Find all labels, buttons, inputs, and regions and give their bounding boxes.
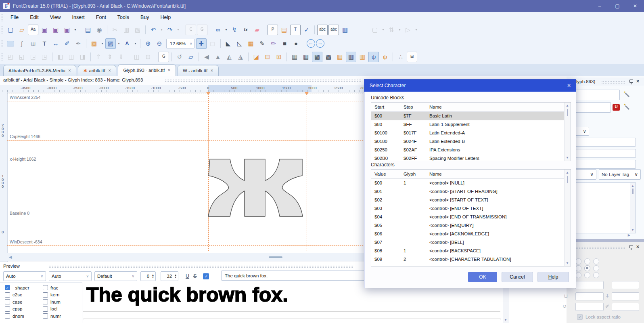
cancel-button[interactable]: Cancel	[502, 272, 533, 282]
origin-radio-top-left[interactable]	[575, 258, 581, 264]
origin-radio-top-center[interactable]	[584, 258, 590, 264]
unicode-blocks-table[interactable]: StartStopName $00$7FBasic Latin$80$FFLat…	[371, 102, 571, 161]
scroll-left-icon[interactable]: ◀	[9, 255, 12, 259]
menu-buy[interactable]: Buy	[135, 12, 155, 23]
characters-table[interactable]: ValueGlyphName $001<control> [NULL]$01<c…	[371, 169, 571, 266]
find-glyphs-button[interactable]: abc	[317, 25, 328, 35]
lock-anchor-button[interactable]: ψ	[380, 52, 390, 62]
column-header[interactable]: Value	[371, 170, 400, 178]
glyph-properties-button[interactable]: P	[268, 25, 278, 35]
menu-file[interactable]: File	[5, 12, 24, 23]
feature-checkbox[interactable]	[43, 313, 48, 319]
find-button[interactable]: ◉	[94, 25, 105, 35]
glyph-transform-button[interactable]: G	[159, 52, 169, 62]
table-row[interactable]: $03<control> [END OF TEXT]	[371, 204, 571, 213]
feature-checkbox[interactable]	[5, 292, 10, 298]
ok-button[interactable]: OK	[468, 272, 497, 282]
new-font-button[interactable]: ▢	[5, 25, 16, 35]
advance-width-line[interactable]	[307, 94, 307, 251]
intersect-contours-button[interactable]: ⊞	[274, 52, 284, 62]
web-preview-button[interactable]: abc	[328, 25, 339, 35]
zoom-fit-button[interactable]: ✚	[196, 38, 207, 49]
dialog-title-bar[interactable]: Select Character ✕	[364, 80, 576, 92]
composite-editor-button[interactable]: ⊞	[407, 52, 417, 62]
hatch-mode-dropdown[interactable]: ▾	[117, 38, 121, 49]
insert-image-button[interactable]: ▦	[246, 38, 256, 49]
print-button[interactable]: ▤	[83, 25, 93, 35]
origin-radio-bottom-right[interactable]	[593, 272, 599, 278]
maximize-button[interactable]: ▢	[608, 0, 626, 12]
background-image-dropdown[interactable]: ▾	[100, 38, 105, 49]
layer-tag-combobox[interactable]: No Layer Tag ∨	[599, 169, 641, 180]
transform-button[interactable]: T	[290, 25, 301, 35]
glyph-outline-zhe[interactable]	[208, 159, 305, 217]
scroll-thumb[interactable]	[632, 189, 634, 194]
origin-radio-middle-left[interactable]	[575, 265, 581, 271]
freehand-select-tool[interactable]: ʃ	[17, 38, 27, 49]
toolbar-grip[interactable]	[1, 40, 3, 48]
insert-rectangle-button[interactable]: ■	[280, 38, 290, 49]
contour-mode-button[interactable]: ◣	[223, 38, 234, 49]
open-font-button[interactable]: ▱	[17, 25, 27, 35]
metrics-lines-button[interactable]: ▥	[346, 52, 356, 62]
font-size-spinner[interactable]: 32 ▲▼	[161, 271, 178, 281]
origin-radio-bottom-left[interactable]	[575, 272, 581, 278]
grid-detach-button[interactable]: ▦	[301, 52, 311, 62]
unlink-button[interactable]: ↯	[229, 25, 240, 35]
language-combobox[interactable]: Auto ∨	[49, 271, 92, 281]
guidelines-detach-button[interactable]: ▩	[323, 52, 334, 62]
redo-button[interactable]: ↷	[165, 25, 175, 35]
listbox-horizontal-scrollbar[interactable]: ▶	[568, 233, 636, 238]
toolbar-grip[interactable]	[1, 53, 3, 61]
origin-radio-middle-right[interactable]	[593, 265, 599, 271]
table-row[interactable]: $0100$017FLatin Extended-A	[371, 129, 571, 137]
scroll-thumb[interactable]	[567, 109, 568, 116]
text-tool[interactable]: T	[39, 38, 50, 49]
table-row[interactable]: $00$7FBasic Latin	[371, 112, 571, 120]
background-image-button[interactable]: ▩	[89, 38, 99, 49]
table-row[interactable]: $05<control> [ENQUIRY]	[371, 221, 571, 230]
zoom-in-button[interactable]: ⊕	[143, 38, 153, 49]
dialog-close-icon[interactable]: ✕	[567, 83, 571, 88]
save-button[interactable]: ▣	[39, 25, 50, 35]
formula-button[interactable]: fx	[240, 25, 251, 35]
eraser-button[interactable]: ▰	[252, 25, 262, 35]
hatch-mode-button[interactable]: ▨	[105, 38, 116, 49]
help-button[interactable]: Help	[537, 272, 569, 282]
pin-icon[interactable]	[629, 245, 633, 248]
minimize-button[interactable]: –	[591, 0, 608, 12]
table-row[interactable]: $001<control> [NULL]	[371, 179, 571, 187]
y-position-field[interactable]	[612, 281, 639, 289]
feature-checkbox[interactable]	[5, 306, 10, 312]
blocks-scrollbar[interactable]: ▲ ▼	[564, 103, 571, 161]
table-row[interactable]: $04<control> [END OF TRANSMISSION]	[371, 213, 571, 221]
feature-checkbox[interactable]: ✓	[5, 285, 10, 290]
table-row[interactable]: $80$FFLatin-1 Supplement	[371, 120, 571, 129]
font-color-button[interactable]: A	[122, 38, 132, 49]
measure-tool[interactable]: ↔	[50, 38, 61, 49]
insert-ellipse-button[interactable]: ●	[291, 38, 301, 49]
rotate-button[interactable]: ↺	[174, 52, 185, 62]
vertical-ruler[interactable]: 2 0 0 01 0 0 00	[0, 92, 8, 262]
underline-toggle[interactable]: U	[186, 273, 189, 279]
tab-close-icon[interactable]: ✕	[108, 69, 111, 73]
skew-field[interactable]	[612, 303, 639, 311]
comments-listbox[interactable]: ▲ ▼	[568, 182, 636, 233]
scroll-down-icon[interactable]: ▼	[566, 156, 569, 159]
origin-radio-center[interactable]	[584, 265, 590, 271]
grid-button[interactable]: ▦	[289, 52, 300, 62]
feature-checkbox[interactable]	[43, 299, 48, 304]
mirror-horizontal-button[interactable]: ◀	[201, 52, 212, 62]
featureset-combobox[interactable]: Default ∨	[94, 271, 137, 281]
panel-splitter[interactable]	[567, 239, 644, 242]
install-font-button[interactable]: ▥	[340, 25, 350, 35]
navigate-forward-button[interactable]: →	[316, 39, 324, 48]
column-header[interactable]: Start	[371, 103, 400, 111]
chars-scrollbar[interactable]: ▲ ▼	[564, 170, 571, 266]
scroll-up-icon[interactable]: ▲	[566, 104, 569, 107]
origin-radio-bottom-center[interactable]	[584, 272, 590, 278]
feature-checkbox[interactable]	[43, 292, 48, 298]
tab-close-icon[interactable]: ✕	[68, 69, 71, 73]
table-row[interactable]: $0A<control> [LINE FEED (LF)]	[371, 264, 571, 266]
splitter-handle[interactable]	[269, 256, 282, 258]
